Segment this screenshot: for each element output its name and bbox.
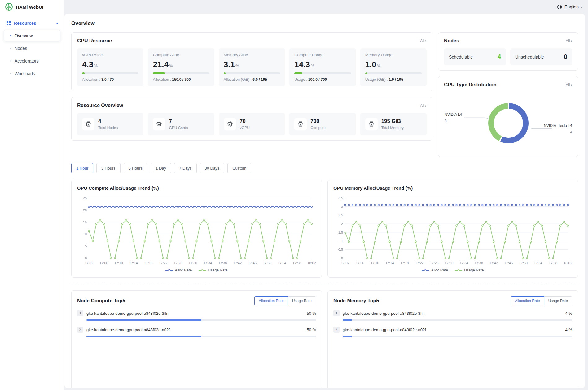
- chevron-right-icon: ›: [425, 39, 427, 43]
- progress-bar: [224, 72, 280, 74]
- svg-text:10: 10: [83, 232, 87, 236]
- legend-label: Usage Rate: [464, 268, 484, 272]
- time-tab-6-hours[interactable]: 6 Hours: [124, 163, 148, 173]
- stat-vgpu-alloc: vGPU Alloc 4.3% Allocation : 3.0 / 70: [77, 48, 143, 86]
- node-name[interactable]: gke-kantaloupe-demo-gpu-pool-a843f02e-3f…: [86, 311, 304, 316]
- stat-detail: Usage (GiB) : 1.9 / 195: [365, 77, 422, 82]
- schedulable-box: Schedulable 4: [444, 48, 506, 65]
- svg-text:17:50: 17:50: [519, 261, 528, 265]
- time-tab-3-hours[interactable]: 3 Hours: [96, 163, 121, 173]
- stat-label: Memory Alloc: [224, 53, 280, 57]
- memory-icon: [365, 118, 378, 130]
- svg-text:17:10: 17:10: [114, 261, 123, 265]
- svg-text:18:02: 18:02: [564, 261, 572, 265]
- overview-gpu-cards: 7GPU Cards: [148, 113, 214, 135]
- legend-usage-rate[interactable]: Usage Rate: [199, 268, 227, 272]
- svg-text:17:10: 17:10: [371, 261, 379, 265]
- schedulable-label: Schedulable: [449, 54, 473, 59]
- node-rate-value: 4 %: [565, 327, 572, 332]
- overview-value: 70: [240, 118, 250, 124]
- progress-bar: [294, 72, 351, 74]
- node-compute-top5-card: Node Compute Top5 Allocation Rate Usage …: [71, 290, 322, 388]
- svg-text:17:42: 17:42: [489, 261, 498, 265]
- usage-rate-button[interactable]: Usage Rate: [544, 296, 572, 306]
- allocation-rate-button[interactable]: Allocation Rate: [254, 296, 288, 306]
- node-memory-top5-card: Node Memory Top5 Allocation Rate Usage R…: [327, 290, 578, 388]
- time-tab-custom[interactable]: Custom: [227, 163, 251, 173]
- svg-text:17:06: 17:06: [99, 261, 108, 265]
- legend-label: Alloc Rate: [175, 268, 192, 272]
- overview-label: Total Memory: [381, 126, 404, 130]
- node-rate-value: 4 %: [565, 311, 572, 316]
- legend-line-icon: [199, 269, 206, 272]
- stat-detail: Allocation (GiB) : 6.0 / 195: [224, 77, 280, 82]
- memory-trend-title: GPU Memory Alloc/Usage Trend (%): [333, 185, 572, 191]
- bullet-icon: [10, 73, 11, 74]
- gpu-resource-all-link[interactable]: All ›: [420, 39, 427, 43]
- compute-trend-chart[interactable]: 051015202517:0217:0617:1017:1417:1817:22…: [77, 194, 316, 267]
- sidebar-item-label: Accelerators: [15, 58, 39, 63]
- overview-label: GPU Cards: [169, 126, 188, 130]
- chart-legend: Alloc Rate Usage Rate: [77, 268, 316, 272]
- node-name[interactable]: gke-kantaloupe-demo-gpu-pool-a843f02e-n0…: [86, 327, 304, 332]
- overview-compute: 700Compute: [289, 113, 356, 135]
- svg-text:17:58: 17:58: [549, 261, 557, 265]
- nodes-all-link[interactable]: All ›: [566, 39, 572, 43]
- legend-alloc-rate[interactable]: Alloc Rate: [422, 268, 448, 272]
- svg-text:1: 1: [341, 239, 343, 243]
- sidebar-item-label: Workloads: [15, 71, 35, 76]
- time-tab-1-day[interactable]: 1 Day: [151, 163, 171, 173]
- node-name[interactable]: gke-kantaloupe-demo-gpu-pool-a843f02e-n0…: [343, 327, 562, 332]
- usage-rate-button[interactable]: Usage Rate: [288, 296, 316, 306]
- stat-label: Memory Usage: [365, 53, 422, 57]
- svg-text:17:34: 17:34: [460, 261, 468, 265]
- svg-text:5: 5: [85, 244, 87, 248]
- node-compute-top5-title: Node Compute Top5: [77, 298, 125, 304]
- svg-text:25: 25: [83, 196, 87, 200]
- bullet-icon: [10, 35, 11, 36]
- memory-trend-card: GPU Memory Alloc/Usage Trend (%) 00.511.…: [327, 180, 578, 278]
- svg-text:2: 2: [341, 222, 343, 226]
- sidebar-item-nodes[interactable]: Nodes: [4, 42, 60, 54]
- node-name[interactable]: gke-kantaloupe-demo-gpu-pool-a843f02e-3f…: [343, 311, 562, 316]
- compute-rate-toggle: Allocation Rate Usage Rate: [254, 296, 316, 306]
- resource-overview-all-link[interactable]: All ›: [420, 103, 427, 108]
- allocation-rate-button[interactable]: Allocation Rate: [511, 296, 544, 306]
- svg-text:17:46: 17:46: [248, 261, 257, 265]
- top5-row: 1 gke-kantaloupe-demo-gpu-pool-a843f02e-…: [77, 310, 316, 321]
- memory-trend-chart[interactable]: 00.511.522.533.517:0217:0617:1017:1417:1…: [333, 194, 572, 267]
- legend-line-icon: [165, 269, 173, 272]
- stat-value: 3.1%: [224, 60, 280, 69]
- time-tab-1-hour[interactable]: 1 Hour: [71, 163, 93, 173]
- overview-value: 700: [310, 118, 326, 124]
- time-tab-30-days[interactable]: 30 Days: [200, 163, 225, 173]
- time-tab-7-days[interactable]: 7 Days: [174, 163, 196, 173]
- svg-text:17:14: 17:14: [129, 261, 138, 265]
- gpu-type-donut-chart[interactable]: NVIDIA–Tesla T44NVIDIA L43: [444, 94, 572, 152]
- language-selector[interactable]: English ▾: [557, 0, 582, 14]
- legend-usage-rate[interactable]: Usage Rate: [455, 268, 484, 272]
- sidebar-group-resources[interactable]: Resources ▾: [3, 18, 61, 28]
- sidebar-item-accelerators[interactable]: Accelerators: [4, 55, 60, 67]
- overview-value: 4: [98, 118, 118, 124]
- sidebar-item-workloads[interactable]: Workloads: [4, 68, 60, 80]
- sidebar-item-overview[interactable]: Overview: [4, 30, 60, 41]
- chevron-down-icon: ▾: [56, 21, 58, 25]
- progress-bar: [82, 72, 138, 74]
- overview-value: 7: [169, 118, 188, 124]
- chevron-right-icon: ›: [571, 39, 572, 43]
- sidebar: HAMi WebUI Resources ▾ Overview Nodes: [0, 0, 64, 390]
- total-nodes-icon: [82, 118, 94, 130]
- svg-text:17:50: 17:50: [263, 261, 271, 265]
- time-range-tabs: 1 Hour 3 Hours 6 Hours 1 Day 7 Days 30 D…: [71, 163, 578, 173]
- svg-text:17:26: 17:26: [430, 261, 439, 265]
- gpu-resource-card: GPU Resource All › vGPU Alloc 4.3% Alloc…: [71, 32, 432, 91]
- svg-text:17:02: 17:02: [85, 261, 93, 265]
- progress-bar: [86, 336, 316, 337]
- all-label: All: [566, 39, 570, 43]
- svg-text:1.5: 1.5: [338, 231, 343, 234]
- gpu-type-all-link[interactable]: All ›: [566, 83, 572, 87]
- legend-alloc-rate[interactable]: Alloc Rate: [165, 268, 192, 272]
- stat-compute-usage: Compute Usage 14.3% Usage : 100.0 / 700: [289, 48, 356, 86]
- svg-text:18:02: 18:02: [307, 261, 316, 265]
